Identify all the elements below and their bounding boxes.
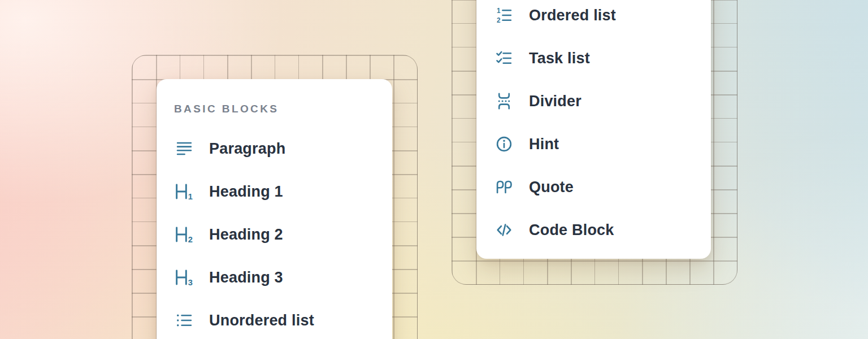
svg-text:2: 2 [188,235,193,244]
svg-text:3: 3 [188,278,193,286]
insert-blocks-list: 1 2 Ordered list [476,0,711,251]
ordered-list-icon: 1 2 [494,6,514,24]
menu-item-label: Heading 2 [209,226,283,244]
heading-3-icon: 3 [174,268,194,286]
menu-item-quote[interactable]: Quote [476,166,711,208]
block-menu-illustration: BASIC BLOCKS Paragraph 1 [0,0,868,339]
hint-icon [494,135,514,153]
code-block-icon [494,221,514,239]
menu-item-heading-2[interactable]: 2 Heading 2 [157,213,392,256]
menu-item-code-block[interactable]: Code Block [476,208,711,251]
svg-text:2: 2 [497,16,501,24]
menu-item-unordered-list[interactable]: Unordered list [157,299,392,339]
divider-icon [494,92,514,110]
menu-item-label: Heading 3 [209,269,283,286]
menu-item-label: Quote [529,179,574,196]
menu-item-hint[interactable]: Hint [476,123,711,166]
svg-text:1: 1 [497,7,501,15]
menu-item-label: Divider [529,93,581,110]
menu-item-paragraph[interactable]: Paragraph [157,127,392,170]
menu-item-label: Heading 1 [209,183,283,201]
menu-item-label: Task list [529,50,590,67]
menu-item-label: Ordered list [529,7,616,24]
menu-item-divider[interactable]: Divider [476,80,711,123]
unordered-list-icon [174,311,194,329]
menu-item-ordered-list[interactable]: 1 2 Ordered list [476,0,711,37]
heading-2-icon: 2 [174,225,194,244]
basic-blocks-list: Paragraph 1 Heading 1 2 [157,127,392,339]
insert-blocks-menu: 1 2 Ordered list [476,0,711,259]
heading-1-icon: 1 [174,182,194,201]
task-list-icon [494,49,514,67]
svg-text:1: 1 [188,192,193,201]
quote-icon [494,178,514,196]
menu-item-label: Hint [529,136,559,153]
menu-item-heading-1[interactable]: 1 Heading 1 [157,170,392,213]
menu-item-label: Code Block [529,221,614,239]
menu-item-label: Paragraph [209,140,285,158]
basic-blocks-menu: BASIC BLOCKS Paragraph 1 [157,79,392,339]
menu-section-header: BASIC BLOCKS [174,102,392,116]
paragraph-icon [174,140,194,158]
menu-item-heading-3[interactable]: 3 Heading 3 [157,256,392,299]
menu-item-label: Unordered list [209,312,314,329]
menu-item-task-list[interactable]: Task list [476,37,711,80]
